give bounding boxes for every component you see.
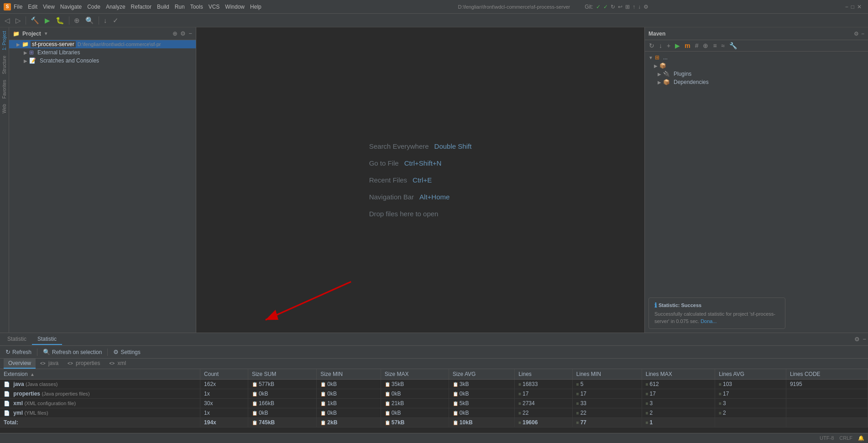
git-refresh-icon[interactable]: ↻ — [611, 4, 615, 10]
sidebar-web-icon[interactable]: Web — [1, 102, 8, 115]
cell-sizesum-yml: 📋0kB — [248, 408, 316, 418]
menu-build[interactable]: Build — [157, 4, 169, 10]
refresh-on-selection-btn[interactable]: 🔍 Refresh on selection — [41, 348, 104, 356]
window-maximize-btn[interactable]: □ — [851, 4, 854, 10]
git-branch-icon[interactable]: ⊞ — [625, 4, 630, 10]
project-settings-icon[interactable]: ⚙ — [180, 30, 186, 37]
git-undo-icon[interactable]: ↩ — [618, 4, 622, 10]
git-push-icon[interactable]: ↑ — [633, 4, 635, 10]
maven-settings-icon[interactable]: ⚙ — [854, 31, 859, 37]
search-everywhere-btn[interactable]: 🔍 — [84, 16, 96, 26]
git-update-btn[interactable]: ↓ — [102, 16, 109, 25]
menu-window[interactable]: Window — [225, 4, 245, 10]
menu-tools[interactable]: Tools — [190, 4, 203, 10]
menu-help[interactable]: Help — [250, 4, 261, 10]
sidebar-favorites-icon[interactable]: Favorites — [1, 78, 8, 100]
maven-dependencies-item[interactable]: ▶ 📦 Dependencies — [645, 78, 868, 86]
settings-btn[interactable]: ⚙ Settings — [111, 348, 142, 356]
status-notification[interactable]: 🔔 — [858, 435, 864, 441]
menu-refactor[interactable]: Refactor — [131, 4, 152, 10]
col-size-sum[interactable]: Size SUM — [248, 369, 316, 380]
git-pull-icon[interactable]: ↓ — [638, 4, 641, 10]
bottom-panel-close-icon[interactable]: − — [863, 336, 866, 343]
build-btn[interactable]: 🔨 — [29, 16, 41, 26]
project-close-icon[interactable]: − — [188, 30, 192, 37]
sub-tab-java[interactable]: <> java — [36, 359, 63, 369]
scratches-consoles-item[interactable]: ▶ 📝 Scratches and Consoles — [9, 57, 196, 65]
menu-vcs[interactable]: VCS — [209, 4, 220, 10]
maven-run-btn[interactable]: ▶ — [674, 42, 681, 50]
project-root-item[interactable]: ▶ 📁 sf-process-server D:\fenglian\front\… — [9, 40, 196, 48]
menu-analyze[interactable]: Analyze — [106, 4, 125, 10]
maven-download-btn[interactable]: ↓ — [658, 42, 664, 50]
maven-add-btn[interactable]: + — [665, 42, 672, 50]
run-btn[interactable]: ▶ — [43, 16, 52, 26]
sub-tab-xml[interactable]: <> xml — [105, 359, 131, 369]
external-libraries-label: External Libraries — [37, 49, 80, 56]
editor-area[interactable]: Search Everywhere Double Shift Go to Fil… — [196, 27, 644, 333]
table-row[interactable]: 📄 xml (XML configuration file) 30x 📋166k… — [0, 399, 868, 408]
col-lines-max[interactable]: Lines MAX — [642, 369, 715, 380]
maven-root-item[interactable]: ▼ ⊞ ... — [645, 53, 868, 62]
col-lines-code[interactable]: Lines CODE — [786, 369, 868, 380]
tab-statistic-2[interactable]: Statistic — [32, 334, 62, 345]
maven-filter-btn[interactable]: ≈ — [720, 42, 727, 50]
col-lines[interactable]: Lines — [515, 369, 573, 380]
menu-bar[interactable]: File Edit View Navigate Code Analyze Ref… — [14, 4, 261, 10]
menu-file[interactable]: File — [14, 4, 22, 10]
status-encoding[interactable]: UTF-8 — [820, 435, 834, 441]
project-dropdown-icon[interactable]: ▼ — [44, 31, 48, 36]
menu-run[interactable]: Run — [175, 4, 185, 10]
sub-tab-properties[interactable]: <> properties — [63, 359, 105, 369]
back-btn[interactable]: ◁ — [3, 16, 12, 26]
sidebar-structure-icon[interactable]: Structure — [1, 54, 8, 76]
bottom-panel-settings-icon[interactable]: ⚙ — [854, 336, 860, 343]
sidebar-project-icon[interactable]: 1: Project — [1, 29, 8, 52]
maven-lock-btn[interactable]: # — [694, 42, 700, 50]
project-panel: 📁 Project ▼ ⊕ ⚙ − ▶ 📁 sf-process-server … — [9, 27, 196, 333]
col-lines-avg[interactable]: Lines AVG — [715, 369, 786, 380]
git-more-icon[interactable]: ⚙ — [643, 4, 648, 10]
maven-refresh-btn[interactable]: ↻ — [648, 42, 656, 50]
table-row[interactable]: 📄 java (Java classes) 162x 📋577kB 📋0kB 📋… — [0, 380, 868, 389]
menu-navigate[interactable]: Navigate — [60, 4, 82, 10]
toolbar-sep-2 — [107, 349, 108, 356]
col-lines-min[interactable]: Lines MIN — [572, 369, 642, 380]
status-line-sep[interactable]: CRLF — [839, 435, 852, 441]
maven-lifecycle-btn[interactable]: ⊕ — [701, 42, 710, 50]
menu-view[interactable]: View — [43, 4, 55, 10]
table-row[interactable]: 📄 yml (YML files) 1x 📋0kB 📋0kB 📋0kB 📋0kB… — [0, 408, 868, 418]
external-libraries-item[interactable]: ▶ ⊞ External Libraries — [9, 48, 196, 57]
menu-code[interactable]: Code — [87, 4, 100, 10]
col-size-max[interactable]: Size MAX — [381, 369, 449, 380]
col-count[interactable]: Count — [200, 369, 248, 380]
table-row[interactable]: 📄 properties (Java properties files) 1x … — [0, 389, 868, 399]
window-minimize-btn[interactable]: − — [845, 4, 848, 10]
tab-statistic-1[interactable]: Statistic — [2, 334, 32, 345]
debug-btn[interactable]: 🐛 — [54, 16, 66, 26]
project-sync-icon[interactable]: ⊕ — [173, 30, 178, 37]
git-check-icon[interactable]: ✓ — [596, 4, 601, 10]
maven-settings2-btn[interactable]: ≡ — [711, 42, 718, 50]
maven-wrench-btn[interactable]: 🔧 — [728, 42, 738, 50]
notification-link[interactable]: Dona... — [701, 318, 716, 324]
window-close-btn[interactable]: ✕ — [857, 4, 862, 10]
git-commit-btn[interactable]: ✓ — [111, 16, 120, 26]
profile-btn[interactable]: ⊕ — [72, 16, 82, 26]
maven-close-icon[interactable]: − — [861, 31, 864, 37]
col-size-min[interactable]: Size MIN — [317, 369, 381, 380]
maven-plugins-item[interactable]: ▶ 🔌 Plugins — [645, 70, 868, 78]
refresh-btn[interactable]: ↻ Refresh — [4, 348, 33, 356]
data-table-wrapper[interactable]: Extension ▲ Count Size SUM Size MIN Size… — [0, 369, 868, 433]
sub-tab-overview[interactable]: Overview — [4, 359, 36, 369]
forward-btn[interactable]: ▷ — [14, 16, 23, 26]
col-extension[interactable]: Extension ▲ — [0, 369, 200, 380]
hint-recent-files-key: Ctrl+E — [413, 176, 432, 184]
git-check2-icon[interactable]: ✓ — [603, 4, 608, 10]
col-size-avg[interactable]: Size AVG — [449, 369, 514, 380]
menu-edit[interactable]: Edit — [28, 4, 37, 10]
cell-linesavg-yml: ≡2 — [715, 408, 786, 418]
cell-linescode-java: 9195 — [786, 380, 868, 389]
maven-sub-item[interactable]: ▶ 📦 — [645, 62, 868, 70]
maven-m-btn[interactable]: m — [683, 42, 691, 50]
